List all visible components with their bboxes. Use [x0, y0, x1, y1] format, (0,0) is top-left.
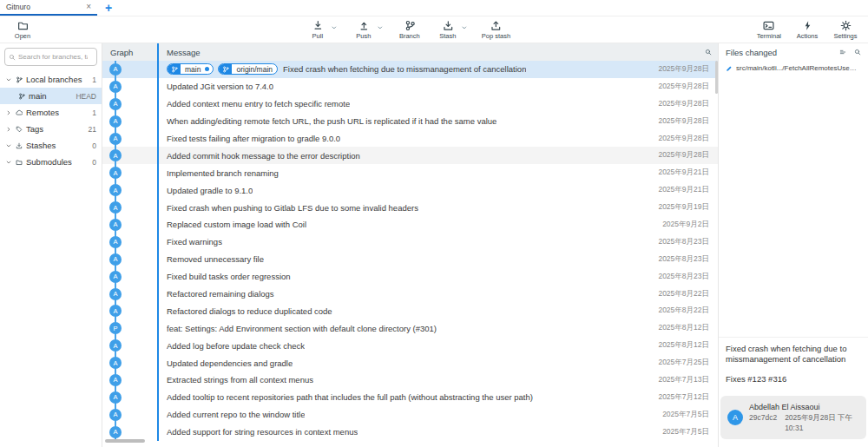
branch-search-box[interactable] — [4, 48, 97, 66]
chevron-down-icon[interactable] — [5, 142, 12, 149]
commit-date: 2025年8月23日 — [638, 268, 718, 286]
pull-label: Pull — [312, 32, 324, 40]
commit-row[interactable]: A Fixed crash when pushing to Gitlab LFS… — [102, 199, 718, 216]
commit-avatar: A — [109, 98, 122, 110]
graph-cell: A — [102, 78, 157, 95]
commit-date: 2025年9月19日 — [638, 199, 718, 216]
branch-label: Branch — [399, 32, 420, 40]
branch-badge-label: origin/main — [232, 65, 277, 74]
branch-badge-label: main — [181, 65, 205, 74]
tab-gitnuro[interactable]: Gitnuro × — [0, 0, 97, 16]
commit-row[interactable]: A Removed unnecessary file 2025年8月23日 — [102, 251, 718, 268]
commit-message: Updated gradle to 9.1.0 — [167, 186, 253, 195]
author-card: A Abdellah El Aissaoui 29c7dc2 2025年9月28… — [720, 396, 866, 439]
graph-horizontal-scrollbar[interactable] — [105, 439, 145, 443]
commit-row[interactable]: A When adding/editing remote fetch URL, … — [102, 113, 718, 130]
chevron-down-icon[interactable] — [5, 159, 12, 166]
commit-row[interactable]: A main — [102, 61, 718, 78]
push-button[interactable]: Push — [352, 20, 376, 40]
commit-message-cell: Fixed tests failing after migration to g… — [157, 130, 638, 148]
terminal-button[interactable]: Terminal — [757, 20, 781, 40]
changed-file-row[interactable]: src/main/kotli.../FetchAllRemotesUseCase… — [719, 61, 868, 76]
commit-row[interactable]: A Replaced custom image load with Coil 2… — [102, 216, 718, 233]
sidebar-item[interactable]: Stashes 0 — [0, 137, 102, 154]
commit-message-cell: Added log before update check check — [157, 337, 638, 354]
sidebar-item[interactable]: main HEAD — [0, 88, 102, 104]
branch-badge[interactable]: origin/main — [218, 63, 278, 75]
commit-row[interactable]: A Added tooltip to recent repositories p… — [102, 389, 718, 406]
commit-date: 2025年9月28日 — [638, 61, 718, 78]
commit-message: Added log before update check check — [167, 341, 305, 351]
new-tab-button[interactable]: + — [97, 0, 120, 16]
sidebar-item[interactable]: Submodules 0 — [0, 154, 102, 170]
commit-message-cell: Added context menu entry to fetch specif… — [157, 95, 638, 113]
commit-date: 2025年7月12日 — [638, 389, 718, 406]
view-mode-icon[interactable] — [839, 49, 846, 56]
chevron-right-icon[interactable] — [5, 126, 12, 133]
push-dropdown-icon[interactable] — [377, 24, 384, 31]
open-button[interactable]: Open — [10, 20, 35, 40]
chevron-down-icon[interactable] — [5, 76, 12, 83]
branch-badge[interactable]: main — [167, 63, 214, 75]
branch-search-input[interactable] — [18, 53, 88, 61]
commit-row[interactable]: P feat: Settings: Add Environment sectio… — [102, 319, 718, 337]
commit-message-cell: Refactored remaining dialogs — [157, 286, 638, 303]
commit-row[interactable]: A Updated dependencies and gradle 2025年7… — [102, 354, 718, 371]
commit-row[interactable]: A Added log before update check check 20… — [102, 337, 718, 354]
author-name: Abdellah El Aissaoui — [749, 403, 859, 411]
commit-row[interactable]: A Updated JGit version to 7.4.0 2025年9月2… — [102, 78, 718, 95]
modified-file-icon — [726, 65, 733, 72]
commit-avatar: A — [109, 357, 122, 369]
stash-dropdown-icon[interactable] — [461, 24, 468, 31]
commit-date: 2025年8月23日 — [638, 233, 718, 251]
commit-hash: 29c7dc2 — [749, 413, 777, 432]
pull-button[interactable]: Pull — [306, 20, 330, 40]
file-search-icon[interactable] — [854, 49, 861, 56]
commit-row[interactable]: A Refactored remaining dialogs 2025年8月22… — [102, 286, 718, 303]
commit-row[interactable]: A Implemented branch renaming 2025年9月21日 — [102, 164, 718, 181]
sidebar-item-label: Local branches — [26, 75, 82, 84]
commit-row[interactable]: A Added commit hook message to the error… — [102, 147, 718, 164]
commit-avatar: A — [109, 167, 122, 179]
log-search-icon[interactable] — [705, 49, 712, 56]
author-avatar: A — [727, 410, 743, 425]
commit-row[interactable]: A Extracted strings from all context men… — [102, 371, 718, 389]
commit-row[interactable]: A Refactored dialogs to reduce duplicate… — [102, 302, 718, 319]
content: Local branches 1 main HEAD Remotes — [0, 43, 868, 447]
commit-message: Removed unnecessary file — [167, 254, 264, 264]
commit-row[interactable]: A Added current repo to the window title… — [102, 406, 718, 424]
sidebar-item-label: Submodules — [26, 157, 72, 167]
search-icon — [9, 54, 16, 61]
commit-log: Graph Message A — [102, 43, 718, 447]
commit-date: 2025年7月25日 — [638, 354, 718, 371]
graph-cell: A — [102, 251, 157, 268]
commit-row[interactable]: A Fixed tests failing after migration to… — [102, 130, 718, 148]
sidebar-item[interactable]: Remotes 1 — [0, 104, 102, 121]
log-header: Graph Message — [102, 43, 718, 61]
vertical-scrollbar[interactable] — [715, 61, 718, 94]
chevron-right-icon[interactable] — [5, 109, 12, 116]
pop-stash-button[interactable]: Pop stash — [482, 20, 510, 40]
pull-dropdown-icon[interactable] — [331, 24, 338, 31]
sidebar: Local branches 1 main HEAD Remotes — [0, 43, 102, 447]
graph-cell: A — [102, 164, 157, 181]
settings-button[interactable]: Settings — [833, 20, 858, 40]
commit-message-cell: Fixed warnings — [157, 233, 638, 251]
commit-date: 2025年9月28日 — [638, 95, 718, 113]
lightning-icon — [802, 20, 813, 31]
branch-button[interactable]: Branch — [398, 20, 422, 40]
commit-fixes-line: Fixes #123 #316 — [726, 374, 861, 385]
commit-row[interactable]: A Updated gradle to 9.1.0 2025年9月21日 — [102, 181, 718, 199]
sidebar-item[interactable]: Local branches 1 — [0, 71, 102, 88]
close-tab-icon[interactable]: × — [86, 3, 91, 11]
commit-row[interactable]: A Added support for string resources in … — [102, 424, 718, 441]
graph-column-header: Graph — [102, 48, 157, 57]
commit-row[interactable]: A Fixed build tasks order regression 202… — [102, 268, 718, 286]
commit-full-message-text: Fixed crash when fetching due to missman… — [726, 344, 861, 366]
commit-message-cell: Added tooltip to recent repositories pat… — [157, 389, 638, 406]
actions-button[interactable]: Actions — [795, 20, 819, 40]
commit-row[interactable]: A Added context menu entry to fetch spec… — [102, 95, 718, 113]
commit-row[interactable]: A Fixed warnings 2025年8月23日 — [102, 233, 718, 251]
stash-button[interactable]: Stash — [436, 20, 460, 40]
sidebar-item[interactable]: Tags 21 — [0, 121, 102, 137]
